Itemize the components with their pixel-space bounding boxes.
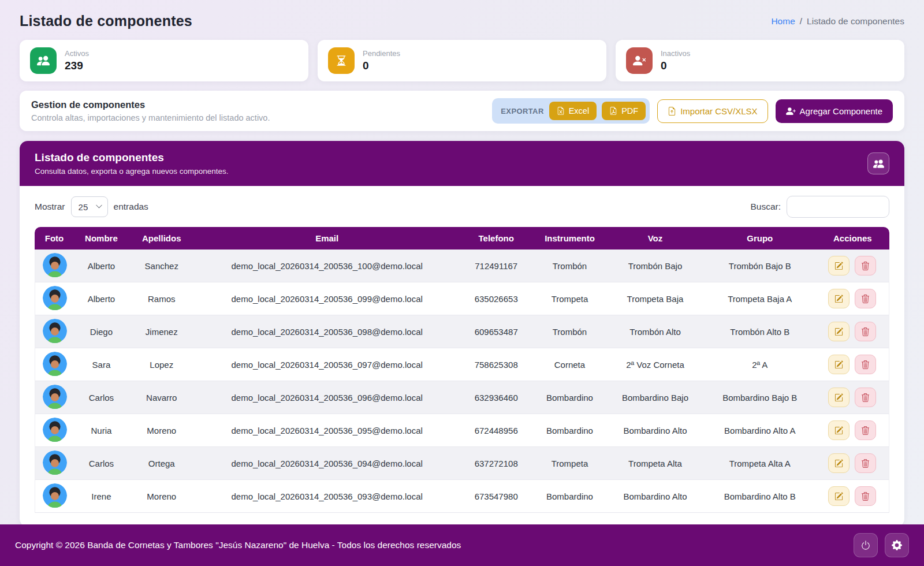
header-nombre: Nombre — [74, 227, 129, 250]
stat-value: 0 — [661, 59, 690, 72]
panel-subtitle: Consulta datos, exporta o agrega nuevos … — [35, 167, 228, 176]
table-row: Irene Moreno demo_local_20260314_200536_… — [35, 480, 889, 513]
delete-button[interactable] — [855, 289, 876, 308]
cell-email: demo_local_20260314_200536_099@demo.loca… — [195, 282, 460, 315]
export-excel-button[interactable]: Excel — [549, 102, 597, 120]
cell-instrumento: Bombardino — [533, 480, 606, 513]
cell-apellidos: Jimenez — [129, 315, 195, 348]
search-input[interactable] — [787, 196, 889, 218]
edit-button[interactable] — [828, 420, 850, 440]
edit-button[interactable] — [828, 322, 850, 341]
copyright-text: Copyright © 2026 Banda de Cornetas y Tam… — [15, 540, 461, 550]
cell-telefono: 712491167 — [460, 250, 533, 282]
logout-button[interactable] — [854, 533, 878, 557]
show-label: Mostrar — [35, 202, 65, 212]
stat-label: Pendientes — [363, 49, 400, 58]
pencil-square-icon — [834, 360, 843, 369]
cell-telefono: 672448956 — [460, 414, 533, 447]
avatar — [43, 450, 67, 475]
stat-card-pendientes: Pendientes 0 — [318, 40, 606, 81]
power-icon — [860, 540, 871, 550]
page-title: Listado de componentes — [20, 13, 192, 29]
edit-button[interactable] — [828, 453, 850, 473]
edit-button[interactable] — [828, 486, 850, 506]
cell-voz: Trompeta Alta — [606, 447, 704, 480]
breadcrumb-home-link[interactable]: Home — [771, 16, 795, 27]
table-controls: Mostrar 25 entradas Buscar: — [35, 196, 889, 218]
cell-grupo: 2ª A — [704, 348, 816, 381]
header-email: Email — [195, 227, 460, 250]
cell-acciones — [816, 480, 889, 513]
add-component-button[interactable]: Agregar Componente — [776, 99, 893, 123]
trash-icon — [861, 393, 870, 402]
page-size-select[interactable]: 25 — [71, 196, 108, 217]
stats-row: Activos 239 Pendientes 0 Inactivos 0 — [20, 40, 904, 81]
export-label: EXPORTAR — [501, 107, 543, 116]
export-pdf-button[interactable]: PDF — [602, 102, 646, 120]
avatar — [43, 352, 67, 376]
cell-apellidos: Navarro — [129, 381, 195, 414]
edit-button[interactable] — [828, 289, 850, 308]
management-subtitle: Controla altas, importaciones y mantenim… — [31, 113, 270, 122]
cell-telefono: 758625308 — [460, 348, 533, 381]
cell-instrumento: Bombardino — [533, 381, 606, 414]
cell-foto — [35, 447, 74, 480]
delete-button[interactable] — [855, 388, 876, 407]
edit-button[interactable] — [828, 355, 850, 374]
cell-grupo: Trombón Alto B — [704, 315, 816, 348]
cell-acciones — [816, 315, 889, 348]
edit-button[interactable] — [828, 256, 850, 275]
cell-grupo: Bombardino Alto B — [704, 480, 816, 513]
cell-apellidos: Ortega — [129, 447, 195, 480]
cell-acciones — [816, 381, 889, 414]
cell-apellidos: Moreno — [129, 480, 195, 513]
header-acciones: Acciones — [816, 227, 889, 250]
management-card: Gestion de componentes Controla altas, i… — [20, 91, 904, 131]
edit-button[interactable] — [828, 388, 850, 407]
pencil-square-icon — [834, 459, 843, 468]
import-csv-label: Importar CSV/XLSX — [680, 106, 757, 116]
cell-instrumento: Corneta — [533, 348, 606, 381]
trash-icon — [861, 360, 870, 369]
import-csv-button[interactable]: Importar CSV/XLSX — [657, 99, 767, 123]
table-row: Diego Jimenez demo_local_20260314_200536… — [35, 315, 889, 348]
cell-email: demo_local_20260314_200536_093@demo.loca… — [195, 480, 460, 513]
delete-button[interactable] — [855, 355, 876, 374]
delete-button[interactable] — [855, 256, 876, 275]
delete-button[interactable] — [855, 322, 876, 341]
cell-telefono: 609653487 — [460, 315, 533, 348]
cell-apellidos: Sanchez — [129, 250, 195, 282]
panel-header: Listado de componentes Consulta datos, e… — [20, 141, 904, 186]
pencil-square-icon — [834, 262, 843, 270]
cell-voz: Trompeta Baja — [606, 282, 704, 315]
file-excel-icon — [557, 107, 565, 115]
cell-email: demo_local_20260314_200536_096@demo.loca… — [195, 381, 460, 414]
hourglass-icon — [328, 47, 355, 74]
cell-acciones — [816, 250, 889, 282]
cell-telefono: 673547980 — [460, 480, 533, 513]
settings-button[interactable] — [885, 533, 909, 557]
header-voz: Voz — [606, 227, 704, 250]
delete-button[interactable] — [855, 486, 876, 506]
cell-voz: Trombón Alto — [606, 315, 704, 348]
person-x-icon — [626, 47, 653, 74]
cell-apellidos: Lopez — [129, 348, 195, 381]
panel-people-button[interactable] — [867, 152, 889, 174]
cell-grupo: Bombardino Bajo B — [704, 381, 816, 414]
entries-label: entradas — [114, 202, 148, 212]
people-icon — [30, 47, 57, 74]
header-foto: Foto — [35, 227, 74, 250]
cell-voz: Bombardino Alto — [606, 414, 704, 447]
delete-button[interactable] — [855, 453, 876, 473]
cell-voz: Bombardino Alto — [606, 480, 704, 513]
breadcrumb-current: Listado de componentes — [807, 16, 904, 27]
cell-email: demo_local_20260314_200536_095@demo.loca… — [195, 414, 460, 447]
delete-button[interactable] — [855, 420, 876, 440]
trash-icon — [861, 295, 870, 303]
export-pdf-label: PDF — [621, 106, 638, 116]
cell-voz: Trombón Bajo — [606, 250, 704, 282]
cell-foto — [35, 348, 74, 381]
cell-instrumento: Trombón — [533, 250, 606, 282]
cell-nombre: Sara — [74, 348, 129, 381]
trash-icon — [861, 327, 870, 336]
